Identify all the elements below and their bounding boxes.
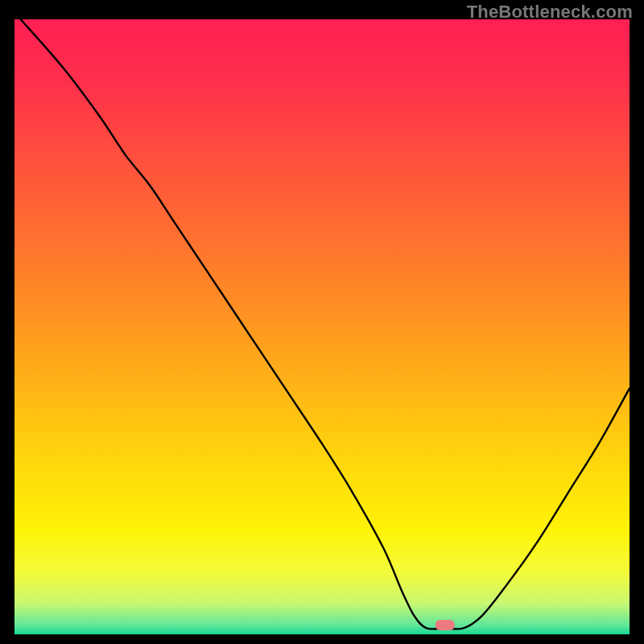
chart-frame xyxy=(14,19,630,634)
watermark-text: TheBottleneck.com xyxy=(467,2,633,23)
optimal-marker xyxy=(436,620,455,630)
chart-plot xyxy=(14,19,630,634)
